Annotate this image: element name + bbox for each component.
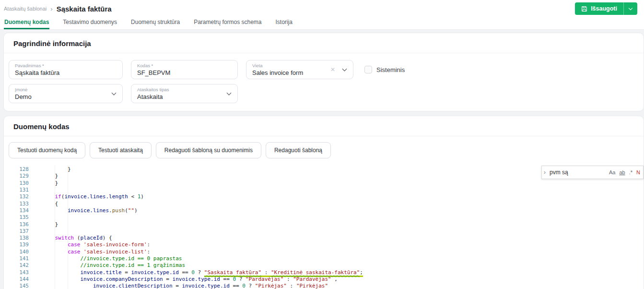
pavadinimas-value: Sąskaita faktūra	[15, 69, 117, 76]
vieta-select[interactable]: Vieta Sales invoice form ✕	[246, 60, 353, 79]
regex-icon[interactable]: .*	[629, 169, 632, 176]
imone-select[interactable]: Įmonė Demo	[9, 84, 123, 103]
sisteminis-label: Sisteminis	[376, 66, 405, 73]
match-case-icon[interactable]: Aa	[609, 169, 615, 176]
code-line	[42, 228, 363, 235]
code-line: case 'sales-invoice-list':	[42, 249, 363, 255]
editor-code-area[interactable]: } } } if(invoice.lines.length < 1) { inv…	[42, 166, 363, 289]
ataskaitos-tipas-value: Ataskaita	[137, 93, 232, 100]
clear-icon[interactable]: ✕	[330, 66, 335, 73]
editor-line-numbers: 1281291301311321331341351361371381391401…	[4, 166, 29, 289]
code-line: invoice.lines.push("")	[42, 207, 363, 214]
code-editor[interactable]: 1281291301311321331341351361371381391401…	[4, 165, 644, 289]
kodas-label: Kodas *	[137, 63, 232, 68]
tab-bar: Duomenų kodasTestavimo duomenysDuomenų s…	[0, 17, 644, 30]
code-line: case 'sales-invoice-form':	[42, 241, 363, 248]
section-title-main-info: Pagrindinė informacija	[4, 33, 644, 53]
line-number: 140	[4, 249, 29, 255]
tab-duomenų-struktūra[interactable]: Duomenų struktūra	[130, 17, 180, 29]
line-number: 144	[4, 276, 29, 283]
save-button[interactable]: Išsaugoti	[575, 2, 623, 15]
kodas-value: SF_BEPVM	[137, 69, 232, 76]
breadcrumb: Ataskaitų šablonai › Sąskaita faktūra	[4, 5, 112, 13]
code-line: //invoice.type.id == 1 grąžinimas	[42, 262, 363, 269]
line-number: 131	[4, 187, 29, 193]
line-number: 136	[4, 221, 29, 228]
line-number: 135	[4, 214, 29, 221]
imone-value: Demo	[15, 93, 117, 100]
code-line: //invoice.type.id == 0 paprastas	[42, 255, 363, 262]
code-line: {	[42, 201, 363, 207]
redaguoti-šabloną-su-duomenimis-button[interactable]: Redaguoti šabloną su duomenimis	[156, 142, 261, 158]
breadcrumb-separator-icon: ›	[50, 5, 52, 12]
pavadinimas-label: Pavadinimas *	[15, 63, 117, 68]
section-title-code: Duomenų kodas	[4, 116, 644, 136]
tab-istorija[interactable]: Istorija	[275, 17, 293, 29]
floppy-disk-icon	[581, 6, 587, 12]
sisteminis-checkbox-group: Sisteminis	[364, 66, 405, 73]
testuoti-duomenų-kodą-button[interactable]: Testuoti duomenų kodą	[9, 142, 85, 158]
testuoti-ataskaitą-button[interactable]: Testuoti ataskaitą	[90, 142, 152, 158]
line-number: 138	[4, 235, 29, 241]
editor-find-widget: › pvm są Aa ab .* N	[541, 166, 644, 179]
line-number: 133	[4, 201, 29, 207]
top-bar: Ataskaitų šablonai › Sąskaita faktūra Iš…	[0, 0, 644, 17]
line-number: 129	[4, 173, 29, 180]
code-line: if(invoice.lines.length < 1)	[42, 193, 363, 200]
imone-label: Įmonė	[15, 87, 117, 92]
find-toggles: Aa ab .*	[609, 169, 632, 176]
code-card: Duomenų kodas Testuoti duomenų kodąTestu…	[3, 116, 644, 289]
code-line: invoice.title = invoice.type.id == 0 ? "…	[42, 269, 363, 276]
ataskaitos-tipas-label: Ataskaitos tipas	[137, 87, 232, 92]
line-number: 143	[4, 269, 29, 276]
line-number: 130	[4, 180, 29, 187]
whole-word-icon[interactable]: ab	[619, 169, 625, 176]
sisteminis-checkbox[interactable]	[364, 66, 372, 73]
main-info-card: Pagrindinė informacija Pavadinimas * Sąs…	[3, 33, 644, 111]
line-number: 134	[4, 207, 29, 214]
chevron-down-icon	[629, 6, 632, 10]
line-number: 141	[4, 255, 29, 262]
kodas-field[interactable]: Kodas * SF_BEPVM	[131, 60, 238, 79]
tab-testavimo-duomenys[interactable]: Testavimo duomenys	[62, 17, 117, 29]
line-number: 137	[4, 228, 29, 235]
find-input[interactable]: pvm są	[550, 169, 605, 176]
code-action-buttons: Testuoti duomenų kodąTestuoti ataskaitąR…	[4, 136, 644, 163]
line-number: 142	[4, 262, 29, 269]
code-line	[42, 214, 363, 221]
save-split-button[interactable]: Išsaugoti	[575, 2, 637, 15]
line-number: 132	[4, 193, 29, 200]
ataskaitos-tipas-select[interactable]: Ataskaitos tipas Ataskaita	[131, 84, 238, 103]
code-line: invoice.clientDescription = invoice.type…	[42, 283, 363, 289]
line-number: 145	[4, 283, 29, 289]
tab-parametrų-formos-schema[interactable]: Parametrų formos schema	[193, 17, 262, 29]
code-line: invoice.companyDescription = invoice.typ…	[42, 276, 363, 283]
code-line: }	[42, 221, 363, 228]
find-expand-icon[interactable]: ›	[544, 169, 546, 176]
code-line: }	[42, 180, 363, 187]
code-line: switch (placeId) {	[42, 235, 363, 241]
redaguoti-šabloną-button[interactable]: Redaguoti šabloną	[266, 142, 331, 158]
line-number: 128	[4, 166, 29, 173]
breadcrumb-parent[interactable]: Ataskaitų šablonai	[4, 6, 47, 12]
page-title: Sąskaita faktūra	[57, 5, 112, 13]
find-results-text: N	[636, 169, 640, 176]
code-line	[42, 187, 363, 193]
tab-duomenų-kodas[interactable]: Duomenų kodas	[4, 17, 49, 29]
code-line: }	[42, 166, 363, 173]
save-button-label: Išsaugoti	[591, 5, 617, 12]
pavadinimas-field[interactable]: Pavadinimas * Sąskaita faktūra	[9, 60, 123, 79]
code-line: }	[42, 173, 363, 180]
save-dropdown-button[interactable]	[624, 2, 637, 15]
line-number: 139	[4, 241, 29, 248]
main-info-fields: Pavadinimas * Sąskaita faktūra Kodas * S…	[4, 53, 644, 111]
